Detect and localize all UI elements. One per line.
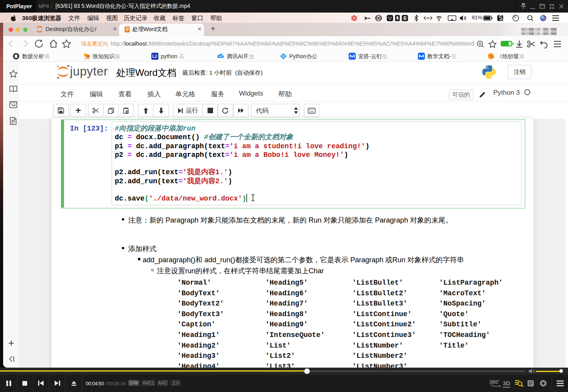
svg-text:LJ: LJ	[153, 54, 157, 59]
svg-text:致知: 致知	[85, 57, 89, 60]
